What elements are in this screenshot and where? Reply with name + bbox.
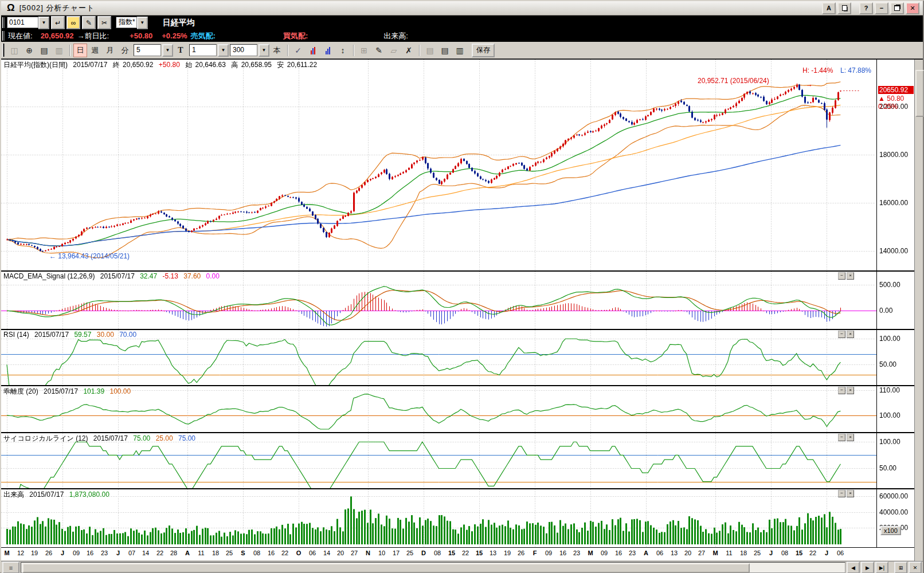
- low-pct-annotation: L: 47.88%: [840, 66, 871, 74]
- y-axis-label: 110.00: [879, 386, 900, 394]
- compare-chart-icon[interactable]: [306, 44, 320, 57]
- help-button[interactable]: ?: [859, 2, 873, 14]
- x-axis-label: D: [421, 550, 426, 556]
- font-size-button[interactable]: A: [822, 2, 836, 14]
- period-daily-button[interactable]: 日: [73, 44, 87, 57]
- restore-icon: [894, 5, 900, 11]
- eraser-icon[interactable]: ▱: [387, 44, 401, 57]
- macd-signal-value: 37.60: [183, 272, 201, 280]
- close-button[interactable]: ✕: [906, 2, 919, 14]
- x-axis-label: 13: [490, 550, 496, 556]
- x-axis-label: S: [241, 550, 245, 556]
- volume-panel[interactable]: 出来高 2015/07/17 1,873,080.00 − × x100 600…: [1, 489, 915, 547]
- scroll-right-button[interactable]: ▶: [861, 562, 874, 573]
- copy-page-icon[interactable]: ▥: [52, 44, 66, 57]
- close-panel-button[interactable]: ×: [847, 434, 854, 441]
- close-panel-button[interactable]: ×: [847, 490, 854, 497]
- kairi-panel[interactable]: 乖離度 (20) 2015/07/17 101.39 100.00 − × 11…: [1, 386, 915, 432]
- horizontal-scrollbar[interactable]: ≡ ◀ ▶ ▶| ⊞ ✕: [1, 561, 923, 573]
- minimize-panel-button[interactable]: −: [838, 387, 845, 394]
- updown-icon[interactable]: ↕: [336, 44, 350, 57]
- x-axis-label: 20: [684, 550, 691, 556]
- pencil-icon[interactable]: ✎: [372, 44, 386, 57]
- prev-page-icon[interactable]: ▤: [438, 44, 452, 57]
- period-monthly-button[interactable]: 月: [103, 44, 117, 57]
- period-weekly-button[interactable]: 週: [88, 44, 102, 57]
- candle-chart-icon[interactable]: ◫: [7, 44, 21, 57]
- volume-chart-icon[interactable]: [321, 44, 335, 57]
- corner-close-button[interactable]: ✕: [909, 562, 922, 573]
- bars-combo[interactable]: 300 ▼: [229, 44, 269, 57]
- duplicate-window-button[interactable]: [837, 2, 851, 14]
- chart-region: 日経平均(指数)(日間) 2015/07/17 終 20,650.92 +50.…: [1, 59, 923, 561]
- scroll-end-button[interactable]: ▶|: [875, 562, 888, 573]
- count-select[interactable]: 1: [189, 44, 217, 56]
- zoom-icon[interactable]: ⊕: [22, 44, 36, 57]
- enter-button[interactable]: ↵: [51, 16, 65, 29]
- x-axis-label: 11: [198, 550, 204, 556]
- search-symbol-button[interactable]: ∞: [66, 16, 80, 29]
- brush-icon[interactable]: ✓: [291, 44, 305, 57]
- bars-dropdown[interactable]: ▼: [259, 44, 269, 57]
- bars-select[interactable]: 300: [230, 44, 257, 56]
- scrollbar-thumb[interactable]: [22, 563, 750, 573]
- edit-button[interactable]: ✎: [82, 16, 96, 29]
- x-axis-label: N: [366, 550, 370, 556]
- tick-button[interactable]: T: [174, 44, 187, 57]
- delete-drawing-icon[interactable]: ✗: [402, 44, 416, 57]
- count-combo[interactable]: 1 ▼: [188, 44, 229, 57]
- toolbar-grip[interactable]: [2, 17, 5, 29]
- toolbar-grip[interactable]: [2, 44, 5, 57]
- save-button[interactable]: 保存: [472, 44, 495, 57]
- x-axis-label: 23: [573, 550, 580, 556]
- market-type-dropdown[interactable]: ▼: [137, 17, 148, 29]
- psych-title: サイコロジカルライン (12): [3, 434, 88, 442]
- clip-button[interactable]: ✂: [97, 16, 111, 29]
- volume-canvas[interactable]: [1, 489, 915, 547]
- market-type-combo[interactable]: 指数* ▼: [111, 17, 148, 29]
- minimize-panel-button[interactable]: −: [838, 434, 845, 441]
- interval-dropdown[interactable]: ▼: [162, 44, 173, 57]
- toolbar-grip[interactable]: [2, 31, 5, 40]
- symbol-code-combo[interactable]: 0101 ▼: [7, 17, 49, 29]
- count-dropdown[interactable]: ▼: [218, 44, 229, 57]
- market-type-select[interactable]: 指数*: [116, 17, 137, 28]
- vertical-scrollbar[interactable]: [914, 60, 923, 561]
- scrollbar-track[interactable]: [21, 562, 845, 573]
- minimize-panel-button[interactable]: −: [838, 272, 845, 280]
- scrollbar-grip[interactable]: ≡: [2, 562, 19, 573]
- psych-panel[interactable]: サイコロジカルライン (12) 2015/07/17 75.00 25.00 7…: [1, 433, 915, 488]
- main-symbol-label: 日経平均(指数)(日間): [3, 61, 68, 69]
- copy-icon: [842, 5, 847, 11]
- quote-bar: 現在値: 20,650.92 →前日比: +50.80 +0.25% 売気配: …: [1, 30, 923, 42]
- main-chart-panel[interactable]: 日経平均(指数)(日間) 2015/07/17 終 20,650.92 +50.…: [1, 60, 915, 270]
- vertical-scrollbar-thumb[interactable]: [915, 70, 924, 117]
- minimize-panel-button[interactable]: −: [838, 490, 845, 497]
- close-panel-button[interactable]: ×: [847, 387, 854, 394]
- minimize-button[interactable]: −: [875, 2, 888, 14]
- scroll-left-button[interactable]: ◀: [847, 562, 860, 573]
- kairi-canvas[interactable]: [1, 386, 915, 432]
- interval-combo[interactable]: 5 ▼: [132, 44, 173, 57]
- symbol-code-dropdown[interactable]: ▼: [38, 17, 49, 29]
- kairi-panel-controls: − ×: [838, 387, 854, 394]
- macd-canvas[interactable]: [1, 272, 915, 329]
- title-bar[interactable]: Ω [5002] 分析チャート A ? − ✕: [1, 1, 923, 15]
- macd-panel[interactable]: MACD_EMA_Signal (12,26,9) 2015/07/17 32.…: [1, 272, 915, 329]
- interval-select[interactable]: 5: [134, 44, 161, 56]
- corner-grid-button[interactable]: ⊞: [894, 562, 907, 573]
- change-label: →前日比:: [77, 31, 109, 41]
- separator: [353, 45, 354, 56]
- layout-page-icon[interactable]: ▤: [423, 44, 437, 57]
- next-page-icon[interactable]: ▥: [453, 44, 467, 57]
- close-panel-button[interactable]: ×: [847, 272, 854, 280]
- grid-icon[interactable]: ⊞: [357, 44, 371, 57]
- main-chart-canvas[interactable]: [1, 60, 915, 270]
- rsi-panel[interactable]: RSI (14) 2015/07/17 59.57 30.00 70.00 − …: [1, 330, 915, 385]
- minimize-panel-button[interactable]: −: [838, 331, 845, 338]
- new-page-icon[interactable]: ▤: [37, 44, 51, 57]
- close-panel-button[interactable]: ×: [847, 331, 854, 338]
- symbol-code-input[interactable]: 0101: [7, 17, 38, 28]
- period-minute-button[interactable]: 分: [118, 44, 132, 57]
- restore-button[interactable]: [890, 2, 904, 14]
